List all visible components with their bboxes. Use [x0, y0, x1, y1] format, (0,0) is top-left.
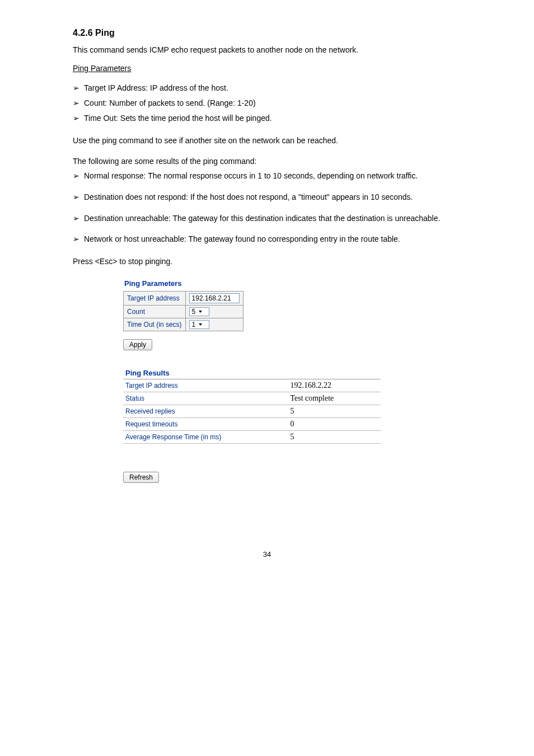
esc-line: Press <Esc> to stop pinging.: [73, 255, 461, 267]
table-row: Count 5: [124, 305, 243, 318]
count-cell: 5: [185, 305, 243, 318]
result-status-value: Test complete: [288, 392, 381, 405]
ping-parameters-title: Ping Parameters: [124, 279, 461, 288]
list-item: ➢Destination unreachable: The gateway fo…: [73, 212, 461, 226]
table-header-row: Ping Results: [123, 367, 381, 379]
result-target-label: Target IP address: [123, 379, 288, 392]
table-row: Target IP address 192.168.2.21: [124, 291, 243, 305]
target-ip-cell: 192.168.2.21: [185, 291, 243, 305]
count-value: 5: [192, 308, 196, 316]
refresh-button[interactable]: Refresh: [123, 472, 159, 483]
count-label: Count: [124, 305, 186, 318]
arrow-icon: ➢: [73, 233, 79, 246]
result-received-label: Received replies: [123, 405, 288, 417]
apply-button[interactable]: Apply: [123, 339, 152, 350]
result-status-label: Status: [123, 392, 288, 405]
body-paragraph: Use the ping command to see if another s…: [73, 134, 461, 147]
intro-paragraph: This command sends ICMP echo request pac…: [73, 44, 461, 56]
arrow-icon: ➢: [73, 111, 79, 126]
chevron-down-icon: [199, 323, 202, 326]
timeout-value: 1: [192, 321, 196, 328]
body-paragraph: The following are some results of the pi…: [73, 155, 461, 167]
result-timeouts-value: 0: [288, 417, 381, 430]
list-item-text: Network or host unreachable: The gateway…: [84, 234, 400, 243]
ping-results-table: Ping Results Target IP address 192.168.2…: [123, 367, 381, 444]
table-row: Target IP address 192.168.2.22: [123, 379, 381, 392]
result-timeouts-label: Request timeouts: [123, 417, 288, 430]
section-heading: 4.2.6 Ping: [73, 28, 461, 38]
target-ip-label: Target IP address: [124, 291, 186, 305]
list-item-text: Destination unreachable: The gateway for…: [84, 214, 440, 223]
list-item: ➢Destination does not respond: If the ho…: [73, 191, 461, 204]
table-row: Time Out (in secs) 1: [124, 318, 243, 331]
list-item-text: Count: Number of packets to send. (Range…: [84, 98, 256, 107]
list-item-text: Normal response: The normal response occ…: [84, 171, 418, 180]
table-row: Status Test complete: [123, 392, 381, 405]
arrow-icon: ➢: [73, 191, 79, 204]
list-item: ➢Count: Number of packets to send. (Rang…: [73, 96, 461, 111]
count-select[interactable]: 5: [189, 307, 209, 316]
arrow-icon: ➢: [73, 81, 79, 96]
timeout-label: Time Out (in secs): [124, 318, 186, 331]
table-row: Received replies 5: [123, 405, 381, 417]
table-row: Request timeouts 0: [123, 417, 381, 430]
results-bullet-list: ➢Normal response: The normal response oc…: [73, 170, 461, 246]
target-ip-input[interactable]: 192.168.2.21: [189, 293, 240, 303]
result-target-value: 192.168.2.22: [288, 379, 381, 392]
timeout-cell: 1: [185, 318, 243, 331]
chevron-down-icon: [199, 311, 202, 313]
list-item-text: Target IP Address: IP address of the hos…: [84, 83, 228, 92]
arrow-icon: ➢: [73, 96, 79, 111]
list-item-text: Time Out: Sets the time period the host …: [84, 114, 272, 123]
list-item: ➢Normal response: The normal response oc…: [73, 170, 461, 183]
arrow-icon: ➢: [73, 170, 79, 183]
result-avg-value: 5: [288, 430, 381, 443]
arrow-icon: ➢: [73, 212, 79, 226]
page-number: 34: [73, 550, 461, 558]
ping-parameters-heading: Ping Parameters: [73, 64, 461, 73]
param-bullet-list: ➢Target IP Address: IP address of the ho…: [73, 81, 461, 125]
timeout-select[interactable]: 1: [189, 320, 209, 329]
ping-results-title: Ping Results: [123, 367, 381, 379]
result-received-value: 5: [288, 405, 381, 417]
list-item: ➢Target IP Address: IP address of the ho…: [73, 81, 461, 96]
result-avg-label: Average Response Time (in ms): [123, 430, 288, 443]
list-item-text: Destination does not respond: If the hos…: [84, 192, 413, 201]
ping-widgets: Ping Parameters Target IP address 192.16…: [123, 279, 461, 483]
ping-parameters-table: Target IP address 192.168.2.21 Count 5 T…: [123, 291, 243, 331]
list-item: ➢Network or host unreachable: The gatewa…: [73, 233, 461, 246]
list-item: ➢Time Out: Sets the time period the host…: [73, 111, 461, 126]
table-row: Average Response Time (in ms) 5: [123, 430, 381, 443]
